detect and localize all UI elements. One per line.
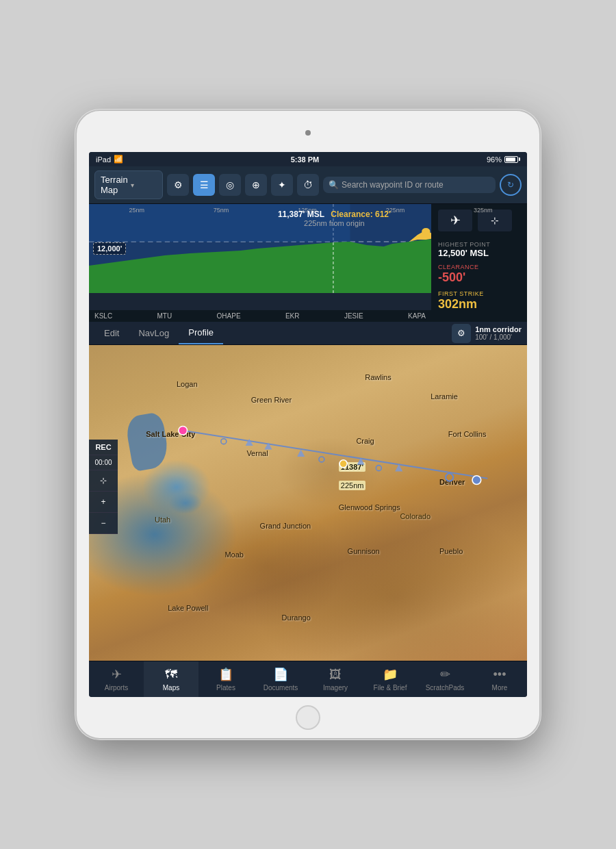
refresh-button[interactable]: ↻ [500,174,522,196]
svg-point-16 [339,460,347,468]
documents-icon: 📄 [273,667,288,682]
status-right: 96% [487,155,520,164]
route-toggle-button[interactable]: ⊹ [89,470,118,492]
tab-documents[interactable]: 📄 Documents [253,661,308,697]
svg-marker-14 [297,450,305,457]
scratchpads-label: ScratchPads [426,684,465,692]
rec-button[interactable]: REC [89,440,118,455]
zoom-out-button[interactable]: − [89,513,118,534]
timer-display: 00:00 [89,455,118,470]
waypoint-kslc: KSLC [94,312,112,320]
dist-marker-5: 325nm [474,207,493,214]
svg-point-10 [179,426,188,435]
svg-point-11 [221,439,227,444]
more-icon: ••• [493,668,506,682]
stats-panel: ✈ ⊹ HIGHEST POINT 12,500' MSL CLEARANCE … [431,204,527,310]
tab-more[interactable]: ••• More [472,661,527,697]
settings-button[interactable]: ⚙ [167,174,189,196]
tab-navlog[interactable]: NavLog [129,322,179,344]
list-icon: ☰ [200,179,209,190]
device-frame: iPad 📶 5:38 PM 96% Terrain Map ▾ ⚙ [75,110,541,739]
maps-label: Maps [163,684,179,692]
svg-point-20 [446,474,453,481]
chevron-down-icon: ▾ [131,181,157,189]
toolbar: Terrain Map ▾ ⚙ ☰ ◎ ⊕ ✦ ⏱ 🔍 S [89,166,527,204]
nav-right: ⚙ 1nm corridor 100' / 1,000' [452,324,522,343]
documents-label: Documents [264,684,298,692]
star-button[interactable]: ✦ [271,174,293,196]
nav-tabs: Edit NavLog Profile ⚙ 1nm corridor 100' … [89,322,527,345]
target-icon: ⊕ [252,179,260,190]
file-brief-label: File & Brief [374,684,407,692]
bottom-nav: ✈ Airports 🗺 Maps 📋 Plates 📄 Documents 🖼… [89,661,527,697]
more-label: More [492,684,508,692]
tab-airports[interactable]: ✈ Airports [89,661,144,697]
battery-indicator [504,156,520,163]
tab-file-brief[interactable]: 📁 File & Brief [363,661,418,697]
tooltip-distance: 225nm from origin [278,219,391,227]
profile-section: 25nm 75nm 125nm 225nm 325nm 12,000' 11,3… [89,204,527,322]
imagery-label: Imagery [323,684,348,692]
device-home-button[interactable] [296,705,320,730]
corridor-info: 1nm corridor 100' / 1,000' [475,325,522,341]
map-area[interactable]: Logan Rawlins Green River Laramie Salt L… [89,345,527,661]
clearance-stat: CLEARANCE -500' [438,264,520,285]
first-strike-value: 302nm [438,297,520,312]
highest-point-value: 12,500' MSL [438,248,520,258]
plus-icon: + [101,497,105,507]
compass-button[interactable]: ◎ [219,174,241,196]
svg-point-21 [472,476,481,485]
highest-point-stat: HIGHEST POINT 12,500' MSL [438,241,520,258]
rec-label: REC [95,443,111,451]
search-placeholder: Search waypoint ID or route [342,180,444,190]
waypoints-bar: KSLC MTU OHAPE EKR JESIE KAPA [89,310,527,322]
tooltip-msl: 11,387' MSL [278,210,324,219]
corridor-label: 1nm corridor [475,325,522,333]
zoom-in-button[interactable]: + [89,492,118,513]
minus-icon: − [101,518,105,528]
svg-point-15 [319,457,324,462]
airports-label: Airports [105,684,128,692]
tab-plates[interactable]: 📋 Plates [198,661,253,697]
left-panel: REC 00:00 ⊹ + − [89,440,118,534]
device-label: iPad [96,155,111,164]
map-selector[interactable]: Terrain Map ▾ [94,170,163,199]
star-icon: ✦ [278,179,286,190]
tab-maps[interactable]: 🗺 Maps [144,661,198,697]
waypoint-ekr: EKR [285,312,300,320]
clock-button[interactable]: ⏱ [297,174,319,196]
rec-time: 00:00 [94,459,112,466]
search-icon: 🔍 [329,180,339,190]
plates-icon: 📋 [218,667,233,682]
first-strike-label: FIRST STRIKE [438,290,520,297]
waypoint-ohape: OHAPE [217,312,241,320]
clock-icon: ⏱ [303,179,313,190]
maps-icon: 🗺 [165,668,177,682]
waypoint-jesie: JESIE [344,312,363,320]
tab-profile[interactable]: Profile [179,322,223,344]
tab-edit[interactable]: Edit [94,322,129,344]
scratchpads-icon: ✏ [440,667,450,682]
compass-icon: ◎ [226,179,234,190]
gear-icon: ⚙ [174,179,183,190]
svg-marker-12 [246,439,253,446]
svg-line-9 [183,431,487,479]
nav-gear-button[interactable]: ⚙ [452,324,471,343]
refresh-icon: ↻ [507,180,514,190]
wifi-icon: 📶 [114,155,123,164]
clearance-label: CLEARANCE [438,264,520,270]
target-button[interactable]: ⊕ [245,174,267,196]
imagery-icon: 🖼 [329,668,342,682]
altitude-label: 12,000' [93,242,126,255]
battery-percent: 96% [487,155,502,164]
screen: iPad 📶 5:38 PM 96% Terrain Map ▾ ⚙ [89,152,527,697]
tab-scratchpads[interactable]: ✏ ScratchPads [418,661,472,697]
search-bar[interactable]: 🔍 Search waypoint ID or route [323,177,496,193]
tab-imagery[interactable]: 🖼 Imagery [308,661,363,697]
profile-tooltip: 11,387' MSL Clearance: 612' 225nm from o… [278,210,391,227]
list-button[interactable]: ☰ [193,174,215,196]
status-bar: iPad 📶 5:38 PM 96% [89,152,527,166]
corridor-sub: 100' / 1,000' [475,333,522,341]
plates-label: Plates [216,684,235,692]
status-left: iPad 📶 [96,155,123,164]
